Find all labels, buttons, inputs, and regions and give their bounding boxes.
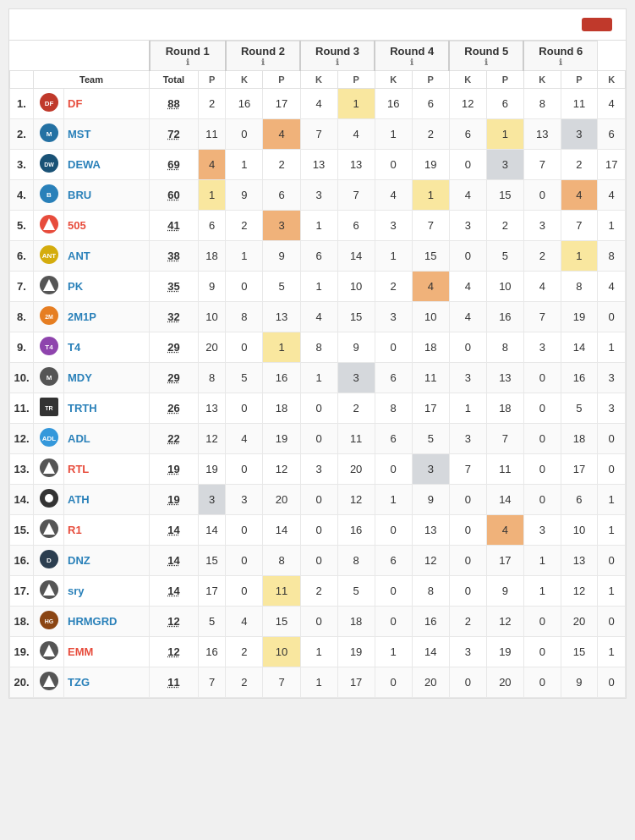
data-cell: 6 (412, 89, 449, 119)
team-name-cell: MDY (64, 363, 150, 393)
data-cell: 14 (198, 515, 226, 546)
data-cell: 2 (486, 211, 523, 241)
data-cell: 4 (263, 119, 300, 150)
data-cell: 1 (375, 637, 412, 667)
data-cell: 18 (198, 241, 226, 272)
team-name-cell: TZG (64, 667, 150, 698)
total-cell: 41 (150, 211, 199, 241)
data-cell: 5 (337, 576, 375, 607)
data-cell: 15 (412, 241, 449, 272)
data-cell: 19 (412, 150, 449, 180)
data-cell: 0 (523, 485, 561, 515)
r6k-header: K (598, 71, 626, 89)
data-cell: 10 (263, 637, 300, 667)
data-cell: 4 (226, 424, 263, 454)
data-cell: 7 (198, 667, 226, 698)
data-cell: 1 (300, 637, 337, 667)
logo-cell (34, 454, 64, 485)
data-cell: 3 (598, 363, 626, 393)
table-row: 2. M MST 72 11047412611336 (10, 119, 626, 150)
data-cell: 15 (263, 607, 300, 637)
data-cell: 0 (375, 150, 412, 180)
data-cell: 6 (486, 89, 523, 119)
svg-text:DF: DF (44, 100, 53, 107)
svg-text:2M: 2M (45, 314, 53, 320)
data-cell: 20 (198, 332, 226, 363)
data-cell: 13 (198, 393, 226, 424)
table-row: 7. PK 35 90511024410484 (10, 272, 626, 302)
data-cell: 0 (449, 546, 486, 576)
data-cell: 6 (263, 180, 300, 211)
data-cell: 2 (561, 150, 598, 180)
data-cell: 17 (561, 454, 598, 485)
logo-cell (34, 272, 64, 302)
team-name-cell: ANT (64, 241, 150, 272)
table-row: 11. TR TRTH 26 1301802817118053 (10, 393, 626, 424)
data-cell: 10 (412, 302, 449, 332)
data-cell: 1 (226, 150, 263, 180)
table-row: 20. TZG 11 727117020020090 (10, 667, 626, 698)
data-cell: 3 (449, 424, 486, 454)
data-cell: 16 (337, 515, 375, 546)
data-cell: 13 (412, 515, 449, 546)
data-cell: 4 (449, 180, 486, 211)
svg-text:HG: HG (44, 618, 53, 624)
data-cell: 3 (300, 454, 337, 485)
data-cell: 0 (523, 180, 561, 211)
data-cell: 13 (486, 363, 523, 393)
table-row: 19. EMM 12 162101191143190151 (10, 637, 626, 667)
data-cell: 1 (598, 211, 626, 241)
total-cell: 32 (150, 302, 199, 332)
rank-cell: 10. (10, 363, 34, 393)
data-cell: 1 (375, 119, 412, 150)
title-bar (9, 9, 626, 41)
data-cell: 18 (561, 424, 598, 454)
data-cell: 10 (337, 272, 375, 302)
data-cell: 7 (337, 180, 375, 211)
r5p-header: P (486, 71, 523, 89)
data-cell: 3 (375, 211, 412, 241)
logo-cell: HG (34, 607, 64, 637)
data-cell: 0 (375, 667, 412, 698)
data-cell: 0 (449, 576, 486, 607)
data-cell: 4 (598, 272, 626, 302)
data-cell: 0 (375, 576, 412, 607)
svg-point-27 (45, 494, 53, 502)
data-cell: 6 (337, 211, 375, 241)
data-cell: 0 (226, 546, 263, 576)
svg-text:DW: DW (44, 162, 54, 167)
data-cell: 9 (198, 272, 226, 302)
data-cell: 6 (449, 119, 486, 150)
data-cell: 14 (486, 485, 523, 515)
team-name-cell: RTL (64, 454, 150, 485)
data-cell: 0 (226, 454, 263, 485)
data-cell: 2 (412, 119, 449, 150)
data-cell: 2 (449, 607, 486, 637)
data-cell: 0 (598, 454, 626, 485)
standings-container: Round 1ℹ Round 2ℹ Round 3ℹ Round 4ℹ Roun… (8, 8, 627, 699)
data-cell: 15 (198, 546, 226, 576)
svg-text:T4: T4 (45, 343, 53, 351)
logo-cell (34, 637, 64, 667)
team-name-cell: ADL (64, 424, 150, 454)
data-cell: 3 (337, 363, 375, 393)
col-rank (10, 71, 34, 89)
table-row: 5. 505 41 623163732371 (10, 211, 626, 241)
data-cell: 2 (337, 393, 375, 424)
data-cell: 0 (598, 424, 626, 454)
total-cell: 14 (150, 515, 199, 546)
rank-cell: 12. (10, 424, 34, 454)
logo-cell (34, 667, 64, 698)
table-row: 15. R1 14 14014016013043101 (10, 515, 626, 546)
data-cell: 0 (449, 667, 486, 698)
points-button[interactable] (582, 18, 612, 31)
logo-cell: M (34, 119, 64, 150)
data-cell: 13 (561, 546, 598, 576)
total-cell: 29 (150, 332, 199, 363)
r1k-header: K (226, 71, 263, 89)
data-cell: 8 (198, 363, 226, 393)
data-cell: 1 (300, 272, 337, 302)
data-cell: 0 (375, 454, 412, 485)
logo-cell: 2M (34, 302, 64, 332)
svg-text:B: B (47, 191, 52, 199)
